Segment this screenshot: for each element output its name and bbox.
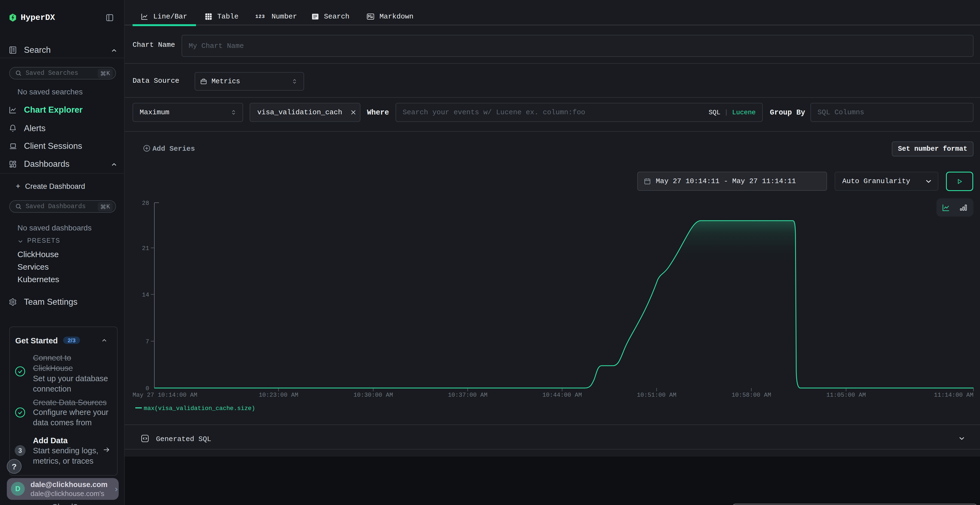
svg-text:11:14:00 AM: 11:14:00 AM <box>934 392 974 399</box>
svg-text:10:51:00 AM: 10:51:00 AM <box>637 392 676 399</box>
svg-text:10:23:00 AM: 10:23:00 AM <box>259 392 298 399</box>
svg-text:14: 14 <box>142 292 149 299</box>
svg-text:max(visa_validation_cache.size: max(visa_validation_cache.size) <box>144 405 255 412</box>
svg-text:10:37:00 AM: 10:37:00 AM <box>448 392 487 399</box>
svg-text:28: 28 <box>142 200 149 207</box>
svg-text:0: 0 <box>146 385 149 392</box>
svg-text:7: 7 <box>146 338 149 345</box>
svg-text:10:30:00 AM: 10:30:00 AM <box>353 392 393 399</box>
svg-text:11:05:00 AM: 11:05:00 AM <box>826 392 865 399</box>
svg-text:21: 21 <box>142 245 149 252</box>
svg-text:10:58:00 AM: 10:58:00 AM <box>732 392 771 399</box>
svg-text:10:44:00 AM: 10:44:00 AM <box>542 392 582 399</box>
svg-text:May 27 10:14:00 AM: May 27 10:14:00 AM <box>132 392 197 399</box>
